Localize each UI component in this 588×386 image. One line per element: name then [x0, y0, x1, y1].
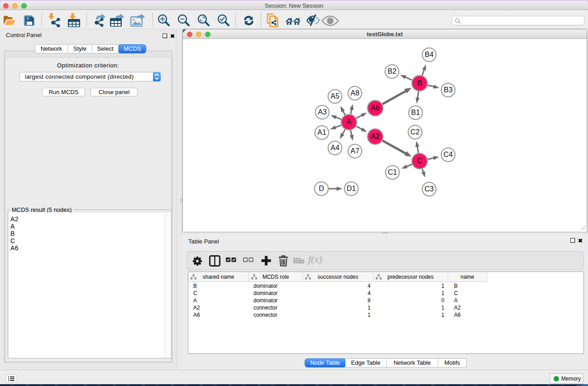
svg-text:A1: A1 [317, 129, 326, 136]
svg-text:A6: A6 [371, 104, 380, 112]
svg-text:C1: C1 [388, 168, 397, 176]
svg-text:A2: A2 [371, 133, 380, 140]
svg-text:A3: A3 [318, 108, 327, 116]
svg-text:D1: D1 [347, 185, 356, 192]
svg-text:B2: B2 [387, 67, 397, 75]
svg-text:A5: A5 [330, 92, 339, 100]
svg-text:A: A [347, 118, 352, 126]
svg-text:B1: B1 [411, 109, 420, 116]
svg-text:A4: A4 [330, 144, 339, 152]
svg-text:A7: A7 [350, 147, 359, 155]
svg-text:C4: C4 [444, 151, 453, 158]
svg-text:B4: B4 [425, 51, 434, 58]
svg-text:C: C [417, 157, 422, 165]
svg-text:B: B [417, 79, 422, 87]
svg-text:D: D [319, 185, 324, 192]
svg-text:A8: A8 [350, 89, 359, 97]
svg-text:C3: C3 [425, 185, 434, 193]
svg-text:C2: C2 [411, 128, 420, 136]
svg-text:B3: B3 [444, 86, 453, 94]
